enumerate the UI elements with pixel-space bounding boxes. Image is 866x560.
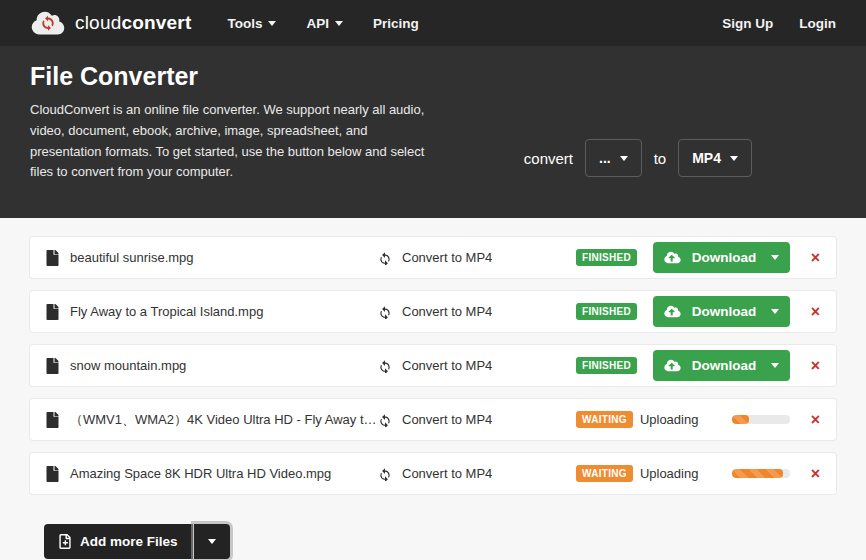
row-actions: Download bbox=[650, 296, 790, 327]
status-badge: FINISHED bbox=[576, 249, 637, 266]
list-footer: Add more Files bbox=[22, 507, 836, 559]
convert-action[interactable]: Convert to MP4 bbox=[378, 358, 526, 373]
convert-action-label: Convert to MP4 bbox=[402, 358, 492, 373]
status-cell: FINISHED bbox=[526, 357, 650, 374]
status-badge: WAITING bbox=[576, 465, 633, 482]
file-row: snow mountain.mpg Convert to MP4 FINISHE… bbox=[30, 345, 836, 386]
convert-action[interactable]: Convert to MP4 bbox=[378, 466, 526, 481]
chevron-down-icon bbox=[208, 539, 216, 544]
refresh-icon bbox=[378, 251, 392, 265]
download-button[interactable]: Download bbox=[653, 296, 790, 327]
cloud-download-icon bbox=[664, 251, 681, 264]
chevron-down-icon bbox=[268, 21, 276, 26]
login-link[interactable]: Login bbox=[799, 16, 836, 31]
upload-progress-fill bbox=[732, 415, 749, 424]
convert-action-label: Convert to MP4 bbox=[402, 412, 492, 427]
status-cell: FINISHED bbox=[526, 249, 650, 266]
chevron-down-icon bbox=[730, 156, 738, 161]
add-files-split-button: Add more Files bbox=[44, 524, 230, 559]
file-row: Amazing Space 8K HDR Ultra HD Video.mpg … bbox=[30, 453, 836, 494]
file-name: Amazing Space 8K HDR Ultra HD Video.mpg bbox=[70, 466, 378, 481]
upload-progress-bar bbox=[732, 469, 790, 478]
add-files-options-button[interactable] bbox=[194, 524, 230, 559]
file-icon bbox=[46, 304, 60, 320]
cloud-download-icon bbox=[664, 359, 681, 372]
download-label: Download bbox=[692, 250, 757, 265]
convert-action[interactable]: Convert to MP4 bbox=[378, 250, 526, 265]
download-label: Download bbox=[692, 304, 757, 319]
row-actions bbox=[650, 415, 790, 424]
file-row: （WMV1、WMA2）4K Video Ultra HD - Fly Away … bbox=[30, 399, 836, 440]
file-icon bbox=[46, 466, 60, 482]
download-options-caret-icon[interactable] bbox=[771, 309, 779, 314]
file-plus-icon bbox=[59, 534, 71, 549]
status-badge: WAITING bbox=[576, 411, 633, 428]
target-format-dropdown[interactable]: MP4 bbox=[678, 139, 752, 177]
remove-button[interactable]: × bbox=[790, 304, 820, 320]
nav-links: Tools API Pricing bbox=[227, 16, 418, 31]
refresh-icon bbox=[378, 413, 392, 427]
refresh-icon bbox=[378, 359, 392, 373]
hero-section: File Converter CloudConvert is an online… bbox=[0, 46, 866, 218]
add-more-files-label: Add more Files bbox=[80, 534, 178, 549]
to-label: to bbox=[654, 150, 667, 167]
file-name: beautiful sunrise.mpg bbox=[70, 250, 378, 265]
chevron-down-icon bbox=[620, 156, 628, 161]
page-title: File Converter bbox=[30, 62, 442, 91]
file-icon bbox=[46, 412, 60, 428]
convert-action-label: Convert to MP4 bbox=[402, 304, 492, 319]
add-more-files-button[interactable]: Add more Files bbox=[44, 524, 193, 559]
status-cell: WAITING Uploading bbox=[526, 465, 650, 482]
file-list: beautiful sunrise.mpg Convert to MP4 FIN… bbox=[0, 218, 866, 559]
remove-button[interactable]: × bbox=[790, 466, 820, 482]
nav-item-api[interactable]: API bbox=[306, 16, 343, 31]
row-actions: Download bbox=[650, 350, 790, 381]
convert-label: convert bbox=[524, 150, 573, 167]
upload-progress-fill bbox=[732, 469, 783, 478]
row-actions bbox=[650, 469, 790, 478]
signup-link[interactable]: Sign Up bbox=[722, 16, 773, 31]
upload-progress-bar bbox=[732, 415, 790, 424]
status-cell: WAITING Uploading bbox=[526, 411, 650, 428]
cloud-download-icon bbox=[664, 305, 681, 318]
refresh-icon bbox=[378, 305, 392, 319]
refresh-icon bbox=[378, 467, 392, 481]
status-badge: FINISHED bbox=[576, 303, 637, 320]
convert-action[interactable]: Convert to MP4 bbox=[378, 412, 526, 427]
cloudconvert-cloud-icon bbox=[30, 10, 66, 36]
remove-button[interactable]: × bbox=[790, 412, 820, 428]
status-badge: FINISHED bbox=[576, 357, 637, 374]
convert-action[interactable]: Convert to MP4 bbox=[378, 304, 526, 319]
download-options-caret-icon[interactable] bbox=[771, 255, 779, 260]
convert-controls: convert ... to MP4 bbox=[524, 98, 752, 218]
navbar: cloudconvert Tools API Pricing Sign Up L… bbox=[0, 0, 866, 46]
source-format-dropdown[interactable]: ... bbox=[585, 139, 642, 177]
file-row: beautiful sunrise.mpg Convert to MP4 FIN… bbox=[30, 237, 836, 278]
file-icon bbox=[46, 358, 60, 374]
nav-item-tools[interactable]: Tools bbox=[227, 16, 276, 31]
file-name: Fly Away to a Tropical Island.mpg bbox=[70, 304, 378, 319]
download-button[interactable]: Download bbox=[653, 350, 790, 381]
file-icon bbox=[46, 250, 60, 266]
file-row: Fly Away to a Tropical Island.mpg Conver… bbox=[30, 291, 836, 332]
brand-logo[interactable]: cloudconvert bbox=[30, 10, 191, 36]
chevron-down-icon bbox=[335, 21, 343, 26]
nav-item-pricing[interactable]: Pricing bbox=[373, 16, 419, 31]
row-actions: Download bbox=[650, 242, 790, 273]
page-description: CloudConvert is an online file converter… bbox=[30, 100, 442, 183]
hero-text: File Converter CloudConvert is an online… bbox=[30, 62, 442, 218]
convert-action-label: Convert to MP4 bbox=[402, 466, 492, 481]
remove-button[interactable]: × bbox=[790, 250, 820, 266]
download-label: Download bbox=[692, 358, 757, 373]
nav-auth: Sign Up Login bbox=[722, 16, 836, 31]
file-name: （WMV1、WMA2）4K Video Ultra HD - Fly Away … bbox=[70, 411, 378, 429]
status-cell: FINISHED bbox=[526, 303, 650, 320]
convert-action-label: Convert to MP4 bbox=[402, 250, 492, 265]
download-options-caret-icon[interactable] bbox=[771, 363, 779, 368]
remove-button[interactable]: × bbox=[790, 358, 820, 374]
download-button[interactable]: Download bbox=[653, 242, 790, 273]
brand-name: cloudconvert bbox=[75, 12, 191, 34]
file-name: snow mountain.mpg bbox=[70, 358, 378, 373]
